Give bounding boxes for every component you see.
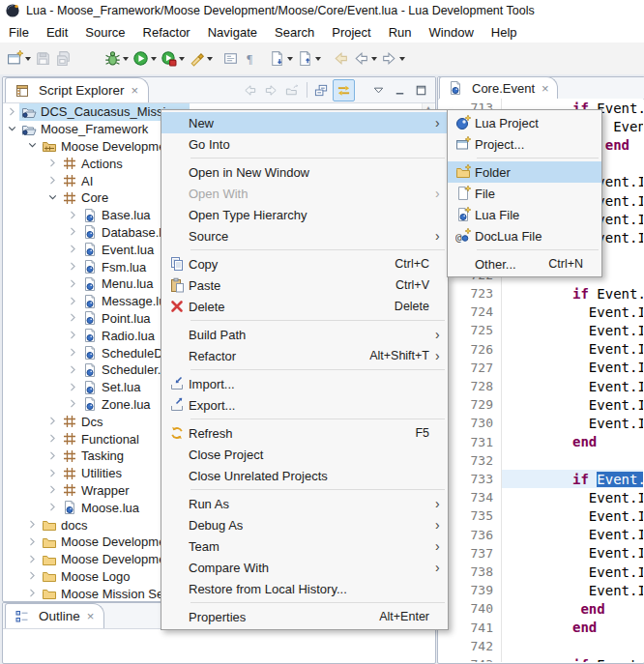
menu-item-folder[interactable]: Folder <box>448 161 601 183</box>
annotation-prev-button[interactable] <box>295 47 323 71</box>
menu-item-import[interactable]: Import... <box>161 373 448 394</box>
chevron-down-icon[interactable] <box>6 123 19 136</box>
dropdown-arrow-icon[interactable] <box>315 57 321 61</box>
view-menu-button[interactable] <box>368 80 389 101</box>
menu-item-other[interactable]: Other...Ctrl+N <box>448 253 601 274</box>
run-coverage-button[interactable] <box>159 47 187 71</box>
menu-item-run-as[interactable]: Run As› <box>161 493 448 514</box>
menu-item-restore-from-local-history[interactable]: Restore from Local History... <box>161 578 448 599</box>
menu-item-refactor[interactable]: RefactorAlt+Shift+T› <box>161 345 448 366</box>
close-icon[interactable]: × <box>540 81 549 96</box>
menu-item-export[interactable]: Export... <box>161 394 448 416</box>
menu-item-project[interactable]: Project... <box>448 133 601 155</box>
menu-item-build-path[interactable]: Build Path› <box>161 324 448 345</box>
menu-item-copy[interactable]: CopyCtrl+C <box>161 253 448 274</box>
dropdown-arrow-icon[interactable] <box>123 57 129 61</box>
chevron-down-icon[interactable] <box>26 139 40 153</box>
minimize-button[interactable] <box>390 80 410 101</box>
menu-item-refresh[interactable]: RefreshF5 <box>161 422 448 444</box>
collapse-all-button[interactable] <box>311 80 332 101</box>
forward-nav-button[interactable] <box>261 80 281 101</box>
menu-navigate[interactable]: Navigate <box>199 23 266 42</box>
debug-button[interactable] <box>102 47 131 71</box>
chevron-right-icon[interactable] <box>67 397 80 411</box>
menu-item-new[interactable]: New› <box>161 112 448 133</box>
menu-item-file[interactable]: File <box>448 183 601 204</box>
dropdown-arrow-icon[interactable] <box>399 57 405 61</box>
dropdown-arrow-icon[interactable] <box>287 57 293 61</box>
menu-search[interactable]: Search <box>266 23 323 42</box>
menu-item-paste[interactable]: PasteCtrl+V <box>161 274 448 296</box>
link-editor-button[interactable] <box>333 79 355 101</box>
menu-item-properties[interactable]: PropertiesAlt+Enter <box>161 606 448 627</box>
show-whitespace-button[interactable]: ¶ <box>241 47 261 71</box>
chevron-right-icon[interactable] <box>46 415 60 428</box>
last-edit-button[interactable] <box>331 47 351 71</box>
up-nav-button[interactable] <box>282 80 303 101</box>
menu-item-open-type-hierarchy[interactable]: Open Type Hierarchy <box>161 204 448 225</box>
chevron-right-icon[interactable] <box>46 467 60 480</box>
chevron-right-icon[interactable] <box>26 535 40 549</box>
save-button[interactable] <box>33 47 53 71</box>
chevron-right-icon[interactable] <box>67 243 80 256</box>
dropdown-arrow-icon[interactable] <box>179 57 185 61</box>
menu-item-open-in-new-window[interactable]: Open in New Window <box>161 161 448 183</box>
chevron-right-icon[interactable] <box>26 518 40 532</box>
chevron-right-icon[interactable] <box>67 381 80 394</box>
annotation-next-button[interactable] <box>267 47 295 71</box>
tab-outline[interactable]: Outline × <box>5 603 104 628</box>
menu-refactor[interactable]: Refactor <box>134 23 199 42</box>
chevron-right-icon[interactable] <box>67 260 80 274</box>
menu-project[interactable]: Project <box>323 23 379 42</box>
dropdown-arrow-icon[interactable] <box>207 57 213 61</box>
menu-window[interactable]: Window <box>421 23 483 42</box>
chevron-right-icon[interactable] <box>67 346 80 360</box>
chevron-right-icon[interactable] <box>67 363 80 377</box>
dropdown-arrow-icon[interactable] <box>371 57 377 61</box>
forward-button[interactable] <box>379 47 407 71</box>
chevron-right-icon[interactable] <box>67 277 80 291</box>
chevron-right-icon[interactable] <box>46 501 60 514</box>
chevron-right-icon[interactable] <box>46 174 60 188</box>
chevron-right-icon[interactable] <box>46 157 60 170</box>
menu-item-team[interactable]: Team› <box>161 535 448 557</box>
dropdown-arrow-icon[interactable] <box>25 57 31 61</box>
chevron-right-icon[interactable] <box>46 449 60 463</box>
chevron-right-icon[interactable] <box>26 587 40 600</box>
chevron-right-icon[interactable] <box>46 432 60 446</box>
chevron-right-icon[interactable] <box>67 295 80 308</box>
maximize-button[interactable] <box>411 80 431 101</box>
menu-run[interactable]: Run <box>380 23 421 42</box>
highlighter-button[interactable] <box>187 47 215 71</box>
chevron-down-icon[interactable] <box>46 191 60 205</box>
chevron-right-icon[interactable] <box>6 105 19 119</box>
menu-source[interactable]: Source <box>76 23 133 42</box>
menu-item-close-unrelated-projects[interactable]: Close Unrelated Projects <box>161 465 448 486</box>
back-nav-button[interactable] <box>240 80 260 101</box>
chevron-right-icon[interactable] <box>46 483 60 497</box>
menu-item-delete[interactable]: DeleteDelete <box>161 296 448 317</box>
menu-item-lua-project[interactable]: Lua Project <box>448 112 601 133</box>
chevron-right-icon[interactable] <box>26 553 40 566</box>
new-wizard-button[interactable] <box>5 47 33 71</box>
menu-item-close-project[interactable]: Close Project <box>161 444 448 465</box>
block-selection-button[interactable] <box>220 47 241 71</box>
back-button[interactable] <box>351 47 379 71</box>
tab-script-explorer[interactable]: Script Explorer × <box>5 77 149 102</box>
menu-item-doclua-file[interactable]: @DocLua File <box>448 225 601 246</box>
save-all-button[interactable] <box>53 47 73 71</box>
run-button[interactable] <box>131 47 159 71</box>
menu-item-lua-file[interactable]: Lua File <box>448 204 601 225</box>
menu-item-source[interactable]: Source› <box>161 225 448 246</box>
dropdown-arrow-icon[interactable] <box>151 57 157 61</box>
close-icon[interactable]: × <box>130 83 139 98</box>
menu-file[interactable]: File <box>0 23 38 42</box>
menu-item-compare-with[interactable]: Compare With› <box>161 557 448 578</box>
menu-item-go-into[interactable]: Go Into <box>161 133 448 155</box>
menu-item-open-with[interactable]: Open With› <box>161 183 448 204</box>
chevron-right-icon[interactable] <box>67 209 80 222</box>
chevron-right-icon[interactable] <box>26 569 40 583</box>
chevron-right-icon[interactable] <box>67 311 80 325</box>
close-icon[interactable]: × <box>85 609 95 623</box>
chevron-right-icon[interactable] <box>67 225 80 239</box>
